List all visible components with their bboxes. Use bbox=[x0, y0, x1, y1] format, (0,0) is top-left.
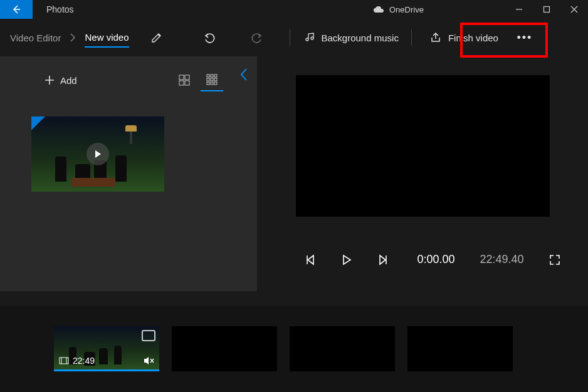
finish-video-label: Finish video bbox=[448, 33, 498, 43]
breadcrumb-root[interactable]: Video Editor bbox=[10, 33, 61, 43]
separator bbox=[290, 29, 290, 46]
play-overlay bbox=[87, 143, 109, 165]
grid-3x3-icon bbox=[206, 74, 218, 85]
titlebar: Photos OneDrive bbox=[0, 0, 588, 19]
undo-icon bbox=[202, 31, 216, 44]
svg-rect-0 bbox=[544, 7, 550, 13]
total-time: 22:49.40 bbox=[480, 253, 524, 266]
svg-rect-3 bbox=[179, 81, 184, 85]
breadcrumb-current[interactable]: New video bbox=[85, 32, 129, 48]
separator bbox=[411, 29, 412, 46]
redo-button[interactable] bbox=[242, 23, 272, 53]
close-button[interactable] bbox=[560, 0, 588, 19]
prev-frame-icon bbox=[305, 254, 316, 266]
svg-rect-12 bbox=[211, 82, 213, 85]
storyboard-clip[interactable] bbox=[407, 326, 513, 371]
back-button[interactable] bbox=[0, 0, 33, 19]
mute-icon bbox=[143, 356, 154, 366]
onedrive-label: OneDrive bbox=[389, 5, 424, 14]
add-media-button[interactable]: Add bbox=[39, 70, 82, 91]
storyboard-clip[interactable] bbox=[172, 326, 277, 371]
app-title: Photos bbox=[46, 4, 74, 14]
clip-info: 22:49 bbox=[59, 356, 95, 366]
grid-2x2-icon bbox=[179, 75, 190, 86]
more-button[interactable]: ••• bbox=[512, 25, 537, 50]
clip-select-checkbox[interactable] bbox=[142, 330, 155, 341]
view-toggles bbox=[173, 69, 223, 91]
collapse-panel-button[interactable] bbox=[239, 68, 248, 81]
breadcrumb: Video Editor New video bbox=[10, 28, 129, 48]
small-grid-button[interactable] bbox=[201, 69, 223, 91]
storyboard-clip[interactable]: 22:49 bbox=[54, 326, 159, 371]
next-frame-button[interactable] bbox=[377, 254, 389, 266]
maximize-button[interactable] bbox=[533, 0, 560, 19]
next-frame-icon bbox=[377, 254, 389, 266]
pencil-icon bbox=[150, 31, 163, 44]
more-icon: ••• bbox=[517, 31, 533, 44]
chevron-left-icon bbox=[239, 68, 248, 81]
add-label: Add bbox=[60, 75, 77, 86]
finish-video-button[interactable]: Finish video bbox=[421, 26, 507, 49]
film-icon bbox=[59, 357, 69, 364]
svg-rect-2 bbox=[185, 75, 189, 80]
plus-icon bbox=[44, 75, 55, 86]
back-arrow-icon bbox=[11, 4, 22, 15]
svg-rect-10 bbox=[214, 78, 217, 81]
rename-button[interactable] bbox=[142, 23, 172, 53]
svg-rect-14 bbox=[60, 358, 68, 364]
svg-rect-4 bbox=[185, 81, 189, 85]
svg-rect-8 bbox=[207, 78, 209, 81]
clip-mute-button[interactable] bbox=[143, 356, 154, 366]
current-time: 0:00.00 bbox=[417, 253, 455, 266]
fullscreen-button[interactable] bbox=[549, 254, 560, 266]
background-music-button[interactable]: Background music bbox=[299, 31, 402, 44]
panel-header: Add bbox=[0, 56, 257, 95]
redo-icon bbox=[250, 31, 264, 44]
svg-rect-11 bbox=[207, 82, 209, 85]
previous-frame-button[interactable] bbox=[305, 254, 316, 266]
window-controls bbox=[505, 0, 588, 19]
storyboard-clip[interactable] bbox=[290, 326, 395, 371]
preview-area: 0:00.00 22:49.40 bbox=[257, 56, 588, 307]
chevron-right-icon bbox=[70, 33, 76, 42]
undo-button[interactable] bbox=[194, 23, 224, 53]
svg-rect-7 bbox=[214, 75, 217, 77]
expand-icon bbox=[549, 254, 560, 266]
cloud-icon bbox=[373, 6, 384, 13]
svg-rect-5 bbox=[207, 75, 209, 77]
background-music-label: Background music bbox=[322, 33, 399, 43]
playback-controls: 0:00.00 22:49.40 bbox=[296, 253, 550, 266]
share-icon bbox=[429, 31, 442, 44]
play-icon bbox=[341, 254, 352, 266]
clip-duration: 22:49 bbox=[73, 356, 95, 366]
large-grid-button[interactable] bbox=[173, 69, 196, 91]
project-library-panel: Add bbox=[0, 56, 257, 291]
onedrive-status[interactable]: OneDrive bbox=[373, 5, 424, 14]
svg-rect-13 bbox=[214, 82, 217, 85]
preview-screen[interactable] bbox=[296, 75, 550, 217]
media-thumbnail[interactable] bbox=[31, 116, 164, 192]
toolbar: Video Editor New video Background music … bbox=[0, 19, 588, 56]
storyboard: 22:49 bbox=[0, 306, 588, 392]
svg-rect-9 bbox=[211, 78, 213, 81]
music-note-icon bbox=[303, 31, 315, 44]
svg-rect-6 bbox=[211, 75, 213, 77]
play-icon bbox=[93, 150, 102, 158]
main-area: Add bbox=[0, 56, 588, 307]
svg-rect-1 bbox=[179, 75, 184, 80]
minimize-button[interactable] bbox=[505, 0, 533, 19]
play-button[interactable] bbox=[341, 254, 352, 266]
